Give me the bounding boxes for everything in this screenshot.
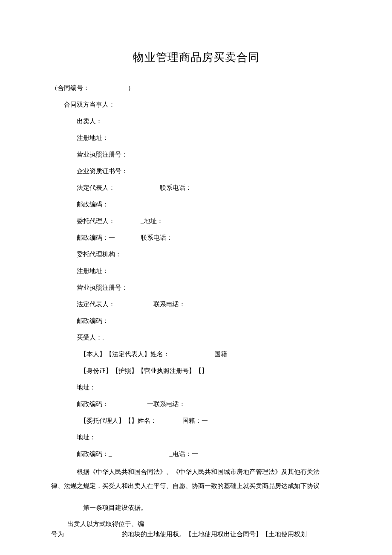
buyer-id: 【身份证】【护照】【营业执照注册号】【】 <box>51 363 341 379</box>
buyer-post-tel: 邮政编码： 一联系电话： <box>51 396 341 413</box>
document-title: 物业管理商品房买卖合同 <box>51 50 341 65</box>
seller-license-no: 营业执照注册号： <box>51 146 341 163</box>
seller-agent-post-tel: 邮政编码：一 联系电话： <box>51 230 341 246</box>
buyer-agent-post-tel: 邮政编码：_ _电话：一 <box>51 446 341 462</box>
seller-agent: 委托代理人： _地址： <box>51 213 341 230</box>
seller-agent-reg-addr: 注册地址： <box>51 263 341 279</box>
seller-label: 出卖人： <box>51 113 341 130</box>
parties-heading: 合同双方当事人： <box>51 96 341 113</box>
buyer-agent-name: 【委托代理人】【】姓名： 国籍：一 <box>51 413 341 429</box>
basis-paragraph: 根据《中华人民共和国合同法》、《中华人民共和国城市房地产管理法》及其他有关法律、… <box>51 465 341 493</box>
seller-reg-addr: 注册地址： <box>51 130 341 146</box>
buyer-addr: 地址： <box>51 379 341 396</box>
buyer-name: 【本人】【法定代表人】姓名： 国籍 <box>51 346 341 363</box>
contract-number-line: （合同编号： ） <box>51 80 341 96</box>
seller-legal-rep: 法定代表人： 联系电话： <box>51 180 341 196</box>
seller-agent-postcode: 邮政编码： <box>51 313 341 329</box>
seller-qualification-no: 企业资质证书号： <box>51 163 341 180</box>
last-line-1: 出卖人以方式取得位于、编 <box>51 519 341 529</box>
seller-postcode: 邮政编码： <box>51 196 341 213</box>
seller-agent-license: 营业执照注册号： <box>51 279 341 296</box>
seller-agent-legal-rep: 法定代表人： 联系电话： <box>51 296 341 313</box>
basis-text: 根据《中华人民共和国合同法》、《中华人民共和国城市房地产管理法》及其他有关法律、… <box>51 468 320 489</box>
last-line-2: 号为 的地块的土地使用权。【土地使用权出让合同号】【土地使用权划 <box>51 529 341 539</box>
buyer-label: 买受人：. <box>51 329 341 346</box>
seller-agent-org: 委托代理机构： <box>51 246 341 263</box>
buyer-agent-addr: 地址： <box>51 429 341 446</box>
article-1: 第一条项目建设依据。 <box>51 500 341 516</box>
